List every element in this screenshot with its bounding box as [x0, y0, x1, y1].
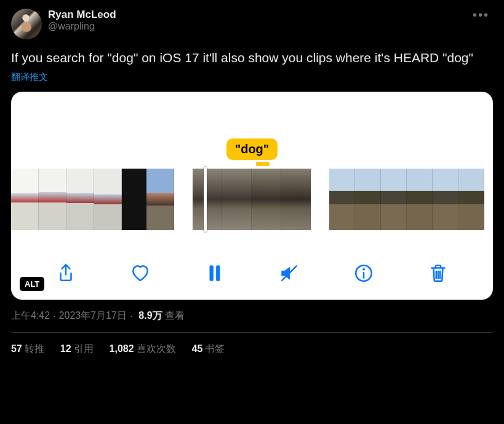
svg-rect-0 [209, 266, 213, 282]
thumbnail[interactable] [281, 169, 311, 230]
heart-icon[interactable] [127, 260, 153, 286]
thumbnail[interactable] [222, 169, 252, 230]
separator: · [53, 311, 55, 322]
svg-rect-1 [216, 266, 220, 282]
thumbnail[interactable] [146, 169, 174, 230]
thumbnail[interactable] [433, 169, 458, 230]
handle: @warpling [48, 21, 469, 32]
author-names[interactable]: Ryan McLeod @warpling [48, 9, 469, 32]
stat-count: 57 [11, 343, 22, 354]
bookmarks-stat[interactable]: 45书签 [192, 343, 225, 356]
tweet-text: If you search for "dog" on iOS 17 it'll … [11, 49, 493, 66]
avatar[interactable] [11, 9, 42, 39]
thumbnail[interactable] [252, 169, 281, 230]
quotes-stat[interactable]: 12引用 [60, 343, 94, 356]
stat-label: 喜欢次数 [137, 343, 176, 354]
thumbnail[interactable] [122, 169, 146, 230]
info-icon[interactable] [351, 260, 377, 286]
likes-stat[interactable]: 1,082喜欢次数 [110, 343, 176, 356]
tweet-meta: 上午4:42 · 2023年7月17日 · 8.9万 查看 [11, 310, 493, 322]
more-icon[interactable]: ••• [469, 9, 493, 21]
display-name: Ryan McLeod [48, 9, 469, 21]
thumbnail[interactable] [407, 169, 433, 230]
clip-group[interactable] [11, 169, 174, 230]
thumbnail[interactable] [94, 169, 122, 230]
separator: · [130, 311, 132, 322]
views-count: 8.9万 [138, 310, 162, 322]
stat-count: 1,082 [110, 343, 134, 354]
datestamp[interactable]: 2023年7月17日 [59, 310, 127, 322]
caption-bubble: "dog" [226, 138, 278, 160]
stat-label: 转推 [25, 343, 44, 354]
stat-label: 书签 [205, 343, 225, 354]
mute-icon[interactable] [276, 260, 302, 286]
translate-link[interactable]: 翻译推文 [11, 71, 493, 83]
thumbnail[interactable] [66, 169, 94, 230]
alt-badge[interactable]: ALT [20, 277, 44, 291]
timestamp[interactable]: 上午4:42 [11, 310, 50, 322]
thumbnail[interactable] [381, 169, 407, 230]
thumbnail[interactable] [458, 169, 484, 230]
thumbnail[interactable] [11, 169, 39, 230]
stat-count: 45 [192, 343, 203, 354]
thumbnail[interactable] [355, 169, 381, 230]
stats-row: 57转推 12引用 1,082喜欢次数 45书签 [11, 333, 493, 356]
pause-icon[interactable] [202, 260, 228, 286]
stat-count: 12 [60, 343, 71, 354]
video-timeline[interactable] [11, 169, 493, 230]
retweets-stat[interactable]: 57转推 [11, 343, 44, 356]
clip-group[interactable] [329, 169, 484, 230]
scrub-mark [256, 162, 270, 166]
svg-point-3 [362, 268, 365, 271]
share-icon[interactable] [53, 260, 79, 286]
views-label: 查看 [165, 310, 185, 322]
playhead[interactable] [204, 167, 207, 232]
thumbnail[interactable] [39, 169, 66, 230]
media-card[interactable]: "dog" [11, 92, 493, 300]
tweet-header: Ryan McLeod @warpling ••• [11, 9, 493, 39]
thumbnail[interactable] [193, 169, 222, 230]
caption-bubble-row: "dog" [11, 138, 493, 160]
stat-label: 引用 [74, 343, 94, 354]
thumbnail[interactable] [329, 169, 355, 230]
trash-icon[interactable] [425, 260, 451, 286]
clip-group-active[interactable] [193, 169, 311, 230]
media-controls [11, 260, 493, 286]
tweet-container: Ryan McLeod @warpling ••• If you search … [0, 0, 504, 356]
